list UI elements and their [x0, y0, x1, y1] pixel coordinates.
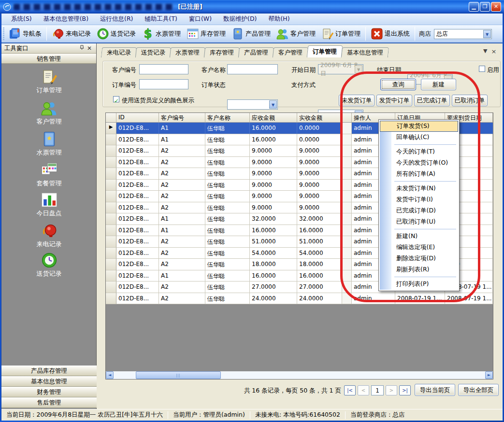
grid-cell[interactable]: 伍华聪 [205, 236, 250, 248]
grid-cell[interactable]: 伍华聪 [205, 157, 250, 169]
grid-cell[interactable]: 012D-E8... [116, 236, 159, 248]
grid-cell[interactable]: 16.0000 [250, 270, 297, 282]
grid-cell[interactable]: 0.0000 [297, 123, 342, 134]
toolbar-button-product[interactable]: 产品管理 [229, 26, 274, 42]
sidebar-item-order[interactable]: 订单管理 [1, 69, 97, 95]
grid-cell[interactable]: 9.0000 [297, 157, 342, 169]
sidebar-item-delivery[interactable]: 送货记录 [1, 252, 97, 278]
menubar-item[interactable]: 窗口(W) [183, 14, 217, 25]
maximize-button[interactable]: ❐ [480, 2, 490, 12]
context-menu-item-3[interactable]: 今天的订单(T) [380, 146, 458, 157]
tab-2[interactable]: 水票管理 [170, 47, 205, 57]
grid-cell[interactable]: 伍华聪 [205, 270, 250, 282]
context-menu-item-13[interactable]: 编辑选定项(E) [380, 242, 458, 253]
grid-cell[interactable] [342, 134, 352, 146]
menubar-item[interactable]: 辅助工具(T) [139, 14, 183, 25]
grid-cell[interactable]: 伍华聪 [205, 191, 250, 202]
next-page-button[interactable]: > [386, 385, 397, 395]
grid-cell[interactable]: A2 [159, 191, 205, 202]
scroll-left-arrow[interactable]: ◄ [106, 371, 114, 379]
context-menu-item-14[interactable]: 删除选定项(D) [380, 253, 458, 264]
grid-cell[interactable]: A2 [159, 293, 205, 305]
grid-cell[interactable]: 012D-E8... [116, 248, 159, 259]
grid-cell[interactable]: 24.0000 [250, 293, 297, 305]
context-menu-item-10[interactable]: 已取消订单(U) [380, 216, 458, 227]
grid-cell[interactable]: 16.0000 [297, 225, 342, 237]
grid-cell[interactable]: 012D-E8... [116, 281, 159, 293]
grid-cell[interactable]: A2 [159, 168, 205, 180]
grid-cell[interactable]: A2 [159, 145, 205, 157]
customer-no-input[interactable] [139, 64, 188, 74]
grid-cell[interactable]: 012D-E8... [116, 293, 159, 305]
grid-cell[interactable]: 51.0000 [250, 236, 297, 248]
first-page-button[interactable]: |< [344, 385, 356, 395]
row-selector-cell[interactable] [106, 236, 116, 248]
grid-cell[interactable]: 54.0000 [250, 248, 297, 259]
scrollbar-thumb[interactable] [136, 371, 221, 379]
close-button[interactable]: ✕ [491, 2, 501, 12]
grid-cell[interactable]: 2008-07-19 1... [395, 293, 445, 305]
grid-cell[interactable]: 32.0000 [297, 213, 342, 225]
grid-cell[interactable]: A1 [159, 134, 205, 146]
grid-cell[interactable]: 伍华聪 [205, 248, 250, 259]
row-selector-cell[interactable] [106, 293, 116, 305]
tab-1[interactable]: 送货记录 [135, 47, 171, 57]
row-selector-cell[interactable] [106, 281, 116, 293]
order-status-filter-button-2[interactable]: 已完成订单 [414, 95, 450, 106]
grid-cell[interactable]: 伍华聪 [205, 213, 250, 225]
row-selector-cell[interactable] [106, 134, 116, 146]
tab-close-icon[interactable]: × [491, 48, 496, 56]
grid-cell[interactable]: 9.0000 [297, 168, 342, 180]
chevron-down-icon[interactable]: ▼ [483, 30, 491, 38]
grid-cell[interactable]: A2 [159, 248, 205, 259]
grid-cell[interactable]: 012D-E8... [116, 202, 159, 214]
toolbar-button-order[interactable]: 订单管理 [318, 26, 363, 42]
toolbar-button-exit[interactable]: 退出系统 [368, 26, 413, 42]
tab-5[interactable]: 客户管理 [273, 47, 308, 57]
order-status-filter-button-3[interactable]: 已取消订单 [452, 95, 488, 106]
sidebar-group-3[interactable]: 售后管理 [1, 397, 97, 408]
grid-cell[interactable]: 012D-E8... [116, 225, 159, 237]
grid-cell[interactable]: 012D-E8... [116, 191, 159, 202]
grid-cell[interactable]: A1 [159, 225, 205, 237]
grid-cell[interactable]: 012D-E8... [116, 145, 159, 157]
grid-cell[interactable]: admin [352, 293, 395, 305]
grid-cell[interactable] [342, 168, 352, 180]
grid-cell[interactable]: 2008-07-19 1... [445, 293, 493, 305]
grid-cell[interactable] [342, 259, 352, 270]
grid-cell[interactable] [342, 225, 352, 237]
grid-column-header-1[interactable]: ID [116, 113, 159, 123]
grid-column-header-2[interactable]: 客户编号 [159, 113, 205, 123]
sidebar-group-sales[interactable]: 销售管理 [1, 54, 96, 64]
toolbar-button-stock[interactable]: 库存管理 [184, 26, 229, 42]
row-selector-cell[interactable] [106, 145, 116, 157]
grid-cell[interactable]: 32.0000 [250, 213, 297, 225]
grid-column-header-5[interactable]: 实收金额 [297, 113, 342, 123]
context-menu-item-8[interactable]: 发货中订单(I) [380, 194, 458, 205]
scroll-right-arrow[interactable]: ► [485, 371, 493, 379]
grid-cell[interactable]: 012D-E8... [116, 259, 159, 270]
row-selector-cell[interactable] [106, 225, 116, 237]
toolbar-button-call[interactable]: 来电记录 [49, 26, 94, 42]
grid-cell[interactable]: 9.0000 [250, 202, 297, 214]
grid-cell[interactable]: 9.0000 [297, 180, 342, 191]
grid-cell[interactable] [342, 270, 352, 282]
order-status-filter-button-0[interactable]: 未发货订单 [339, 95, 374, 106]
row-selector-cell[interactable] [106, 168, 116, 180]
grid-cell[interactable]: 27.0000 [297, 281, 342, 293]
chevron-down-icon[interactable]: ▼ [269, 100, 277, 109]
context-menu-item-9[interactable]: 已完成订单(D) [380, 205, 458, 216]
sidebar-item-customer[interactable]: 客户管理 [1, 100, 97, 126]
menubar-item[interactable]: 运行信息(R) [94, 14, 139, 25]
grid-cell[interactable]: 伍华聪 [205, 202, 250, 214]
grid-cell[interactable]: 伍华聪 [205, 281, 250, 293]
table-row[interactable]: 012D-E8...A2伍华聪24.000024.0000admin2008-0… [106, 293, 493, 305]
order-no-input[interactable] [139, 79, 188, 89]
toolbar-button-delivery[interactable]: 送货记录 [94, 26, 139, 42]
sidebar-group-1[interactable]: 基本信息管理 [1, 376, 97, 387]
grid-cell[interactable]: 012D-E8... [116, 134, 159, 146]
order-status-filter-button-1[interactable]: 发货中订单 [376, 95, 412, 106]
order-status-select[interactable]: ▼ [227, 99, 278, 110]
tool-window-close-icon[interactable]: ✕ [86, 45, 93, 52]
grid-cell[interactable]: 16.0000 [250, 225, 297, 237]
